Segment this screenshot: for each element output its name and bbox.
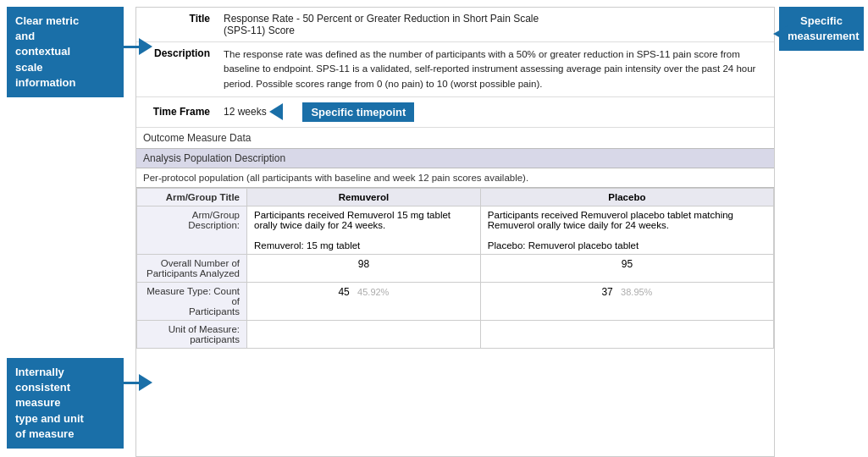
arm-group-desc-placebo: Participants received Remuverol placebo …	[480, 206, 773, 254]
unit-measure-label: Unit of Measure: participants	[137, 320, 247, 348]
center-content: Title Response Rate - 50 Percent or Grea…	[135, 7, 775, 457]
remuverol-col-header: Remuverol	[247, 188, 481, 206]
inner-table-row: Arm/Group Title Remuverol Placebo	[136, 187, 774, 349]
placebo-tablet-label: Placebo: Remuverol placebo tablet	[488, 240, 639, 251]
left-top-arrow-line	[124, 46, 139, 48]
left-top-arrow-head	[139, 38, 152, 55]
inner-data-table: Arm/Group Title Remuverol Placebo	[136, 188, 774, 349]
measure-type-remuverol: 45 45.92%	[247, 282, 481, 320]
left-bottom-arrow-head	[139, 374, 152, 391]
unit-measure-remuverol-empty	[247, 320, 481, 348]
right-arrow-connector	[773, 25, 788, 42]
left-annotations: Clear metric and contextual scale inform…	[0, 0, 135, 457]
measure-type-remuverol-n: 45	[338, 286, 349, 298]
right-arrow-icon	[773, 25, 788, 42]
placebo-col-header: Placebo	[480, 188, 773, 206]
measure-type-label: Measure Type: Count ofParticipants	[137, 282, 247, 320]
description-row: Description The response rate was define…	[136, 42, 774, 97]
measure-type-placebo: 37 38.95%	[480, 282, 773, 320]
title-label: Title	[136, 8, 217, 42]
bottom-left-annotation: Internally consistent measure type and u…	[7, 358, 124, 449]
left-top-arrow-connector	[124, 38, 152, 55]
left-bottom-arrow-line	[124, 382, 139, 384]
overall-number-row: Overall Number ofParticipants Analyzed 9…	[137, 254, 774, 282]
per-protocol-text: Per-protocol population (all participant…	[136, 168, 774, 187]
left-bottom-arrow-connector	[124, 374, 152, 391]
title-row: Title Response Rate - 50 Percent or Grea…	[136, 8, 774, 42]
arm-group-title-col: Arm/Group Title	[137, 188, 247, 206]
outcome-measure-data-header: Outcome Measure Data	[136, 127, 774, 148]
overall-number-remuverol: 98	[247, 254, 481, 282]
unit-measure-placebo-empty	[480, 320, 773, 348]
outcome-measure-data-row: Outcome Measure Data	[136, 127, 774, 148]
timeframe-label: Time Frame	[136, 96, 217, 127]
title-line2: (SPS-11) Score	[224, 25, 295, 36]
arm-group-desc-remuverol: Participants received Remuverol 15 mg ta…	[247, 206, 481, 254]
top-right-annotation-text: Specific measurement	[788, 14, 860, 42]
col-header-0: Arm/Group Title	[166, 192, 240, 202]
col-header-row: Arm/Group Title Remuverol Placebo	[137, 188, 774, 206]
timeframe-row: Time Frame 12 weeks Specific timepoint	[136, 96, 774, 127]
bottom-left-annotation-text: Internally consistent measure type and u…	[15, 366, 84, 440]
timepoint-label-badge: Specific timepoint	[302, 102, 414, 122]
col-header-1: Remuverol	[339, 192, 389, 202]
measure-type-row: Measure Type: Count ofParticipants 45 45…	[137, 282, 774, 320]
overall-number-label: Overall Number ofParticipants Analyzed	[137, 254, 247, 282]
col-header-2: Placebo	[608, 192, 645, 202]
measure-type-placebo-n: 37	[601, 286, 612, 298]
right-annotation: Specific measurement	[775, 0, 868, 457]
inner-table-cell: Arm/Group Title Remuverol Placebo	[136, 187, 774, 349]
timepoint-arrow-icon	[269, 103, 283, 120]
description-value: The response rate was defined as the num…	[217, 42, 774, 97]
timeframe-value-text: 12 weeks	[224, 105, 267, 117]
timeframe-value: 12 weeks Specific timepoint	[217, 96, 774, 127]
analysis-pop-header: Analysis Population Description	[136, 148, 774, 168]
title-value: Response Rate - 50 Percent or Greater Re…	[217, 8, 774, 42]
unit-measure-row: Unit of Measure: participants	[137, 320, 774, 348]
remuverol-tablet-label: Remuverol: 15 mg tablet	[254, 240, 360, 251]
top-left-annotation: Clear metric and contextual scale inform…	[7, 7, 124, 97]
top-right-annotation: Specific measurement	[779, 7, 864, 51]
arm-group-desc-label: Arm/Group Description:	[137, 206, 247, 254]
analysis-pop-row: Analysis Population Description	[136, 148, 774, 168]
arm-group-desc-row: Arm/Group Description: Participants rece…	[137, 206, 774, 254]
outcome-table: Title Response Rate - 50 Percent or Grea…	[136, 8, 774, 349]
top-left-annotation-text: Clear metric and contextual scale inform…	[15, 14, 79, 89]
overall-number-placebo: 95	[480, 254, 773, 282]
measure-type-placebo-pct: 38.95%	[621, 287, 652, 297]
measure-type-remuverol-pct: 45.92%	[357, 287, 389, 297]
title-line1: Response Rate - 50 Percent or Greater Re…	[224, 13, 539, 25]
per-protocol-row: Per-protocol population (all participant…	[136, 168, 774, 187]
